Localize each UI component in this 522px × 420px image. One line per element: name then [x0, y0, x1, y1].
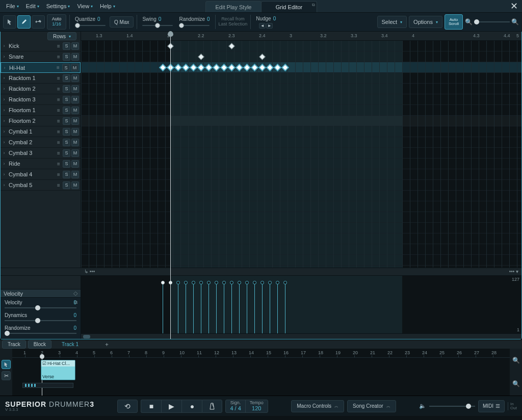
- randomize-slider[interactable]: [5, 331, 76, 336]
- solo-button[interactable]: S: [63, 160, 70, 168]
- select-menu[interactable]: Select▾: [377, 16, 407, 28]
- mute-button[interactable]: M: [71, 139, 79, 146]
- velocity-lane-header[interactable]: Velocity◇: [1, 290, 81, 298]
- stop-button[interactable]: ■: [141, 400, 161, 413]
- velocity-bar[interactable]: [178, 283, 178, 333]
- dynamics-slider[interactable]: [5, 318, 76, 323]
- velocity-lane[interactable]: 127 1: [81, 276, 521, 333]
- expand-icon[interactable]: ›: [1, 54, 8, 59]
- velocity-bar[interactable]: [254, 283, 255, 333]
- menu-settings[interactable]: Settings▾: [43, 2, 73, 11]
- track-row-ride[interactable]: ›Ride≡SM: [1, 159, 81, 169]
- velocity-bar[interactable]: [208, 283, 209, 333]
- midi-clip[interactable]: ☑Hi-Hat Cl... Verse: [41, 360, 75, 380]
- drag-icon[interactable]: ≡: [56, 54, 62, 60]
- recall-last-selection[interactable]: Recall fromLast Selection: [219, 17, 248, 27]
- drag-icon[interactable]: ≡: [56, 150, 62, 156]
- song-pointer-tool[interactable]: [2, 360, 11, 369]
- time-ruler[interactable]: 1.31.422.22.32.433.23.33.444.34.45: [81, 32, 521, 41]
- menu-file[interactable]: File▾: [3, 2, 22, 11]
- track-row-kick[interactable]: ›Kick≡SM: [1, 41, 81, 51]
- drag-icon[interactable]: ≡: [56, 75, 62, 81]
- track-row-snare[interactable]: ›Snare≡SM: [1, 51, 81, 62]
- track-row-cymbal-5[interactable]: ›Cymbal 5≡SM: [1, 180, 81, 191]
- randomize-slider[interactable]: [179, 23, 210, 28]
- song-block-tab[interactable]: Block: [28, 340, 51, 349]
- marker-strip[interactable]: [22, 383, 73, 388]
- velocity-bar[interactable]: [247, 283, 247, 333]
- solo-button[interactable]: S: [63, 85, 70, 93]
- zoom-slider[interactable]: [474, 19, 510, 24]
- drag-icon[interactable]: ≡: [56, 86, 62, 92]
- expand-icon[interactable]: ›: [1, 161, 8, 166]
- song-creator[interactable]: Song Creator︽: [347, 400, 396, 412]
- expand-icon[interactable]: ›: [1, 65, 8, 70]
- options-menu[interactable]: Options▾: [409, 16, 442, 28]
- velocity-bar[interactable]: [285, 283, 285, 333]
- solo-button[interactable]: S: [62, 64, 70, 71]
- track-row-floortom-1[interactable]: ›Floortom 1≡SM: [1, 105, 81, 116]
- mute-button[interactable]: M: [71, 149, 79, 157]
- zoom-in-icon[interactable]: 🔍: [511, 18, 519, 25]
- expand-icon[interactable]: ›: [1, 129, 8, 134]
- track-row-floortom-2[interactable]: ›Floortom 2≡SM: [1, 116, 81, 126]
- drag-icon[interactable]: ≡: [56, 140, 62, 145]
- velocity-bar[interactable]: [239, 283, 240, 333]
- velocity-bar[interactable]: [163, 283, 163, 333]
- solo-button[interactable]: S: [63, 139, 70, 146]
- solo-button[interactable]: S: [63, 107, 70, 114]
- playhead[interactable]: [170, 32, 171, 339]
- close-icon[interactable]: ✕: [509, 1, 519, 11]
- mute-button[interactable]: M: [71, 64, 79, 71]
- midi-button[interactable]: MIDI☰: [478, 400, 505, 412]
- loop-button[interactable]: ⟲: [117, 400, 138, 413]
- clip-checkbox-icon[interactable]: ☑: [42, 361, 46, 366]
- volume-slider[interactable]: [429, 404, 475, 409]
- pointer-tool[interactable]: [3, 15, 16, 29]
- solo-button[interactable]: S: [63, 128, 70, 136]
- mute-button[interactable]: M: [71, 53, 79, 61]
- snap-tool[interactable]: [32, 15, 45, 29]
- velocity-bar[interactable]: [270, 283, 270, 333]
- qmax-button[interactable]: Q Max: [110, 16, 134, 28]
- quantize-resolution[interactable]: Auto1/16: [47, 14, 66, 30]
- track-row-racktom-2[interactable]: ›Racktom 2≡SM: [1, 84, 81, 94]
- draw-tool[interactable]: [17, 15, 31, 29]
- expand-icon[interactable]: ›: [1, 75, 8, 81]
- record-button[interactable]: ●: [181, 400, 202, 413]
- drag-icon[interactable]: ≡: [56, 182, 62, 188]
- drag-icon[interactable]: ≡: [56, 43, 62, 49]
- track-row-cymbal-3[interactable]: ›Cymbal 3≡SM: [1, 148, 81, 159]
- velocity-slider[interactable]: [5, 305, 76, 310]
- song-zoom-in-icon[interactable]: 🔍: [512, 357, 520, 364]
- swing-slider[interactable]: [142, 23, 173, 28]
- popout-icon[interactable]: ⧉: [312, 3, 315, 8]
- expand-icon[interactable]: ›: [1, 150, 8, 155]
- grid-area[interactable]: 1.31.422.22.32.433.23.33.444.34.45 ↳ •••…: [81, 32, 521, 339]
- mute-button[interactable]: M: [71, 42, 79, 50]
- nudge-right[interactable]: ►: [266, 23, 273, 29]
- drag-icon[interactable]: ≡: [55, 65, 61, 70]
- quantize-slider[interactable]: [75, 23, 106, 28]
- rows-dropdown[interactable]: Rows▾: [47, 32, 76, 40]
- solo-button[interactable]: S: [63, 42, 70, 50]
- velocity-bar[interactable]: [262, 283, 263, 333]
- song-grid[interactable]: 1234567891011121314151617181920212223242…: [12, 349, 510, 396]
- add-track-icon[interactable]: ＋: [104, 340, 110, 348]
- zoom-out-icon[interactable]: 🔍: [465, 18, 473, 25]
- horizontal-scrollbar[interactable]: [81, 333, 521, 339]
- mute-button[interactable]: M: [71, 74, 79, 82]
- lane-tool-left[interactable]: ↳ •••: [84, 269, 95, 274]
- play-button[interactable]: ▶: [161, 400, 181, 413]
- expand-icon[interactable]: ›: [1, 182, 8, 188]
- macro-controls[interactable]: Macro Controls︽: [291, 400, 344, 412]
- mute-button[interactable]: M: [71, 96, 79, 103]
- drag-icon[interactable]: ≡: [56, 97, 62, 102]
- track-row-cymbal-1[interactable]: ›Cymbal 1≡SM: [1, 126, 81, 137]
- velocity-bar[interactable]: [224, 283, 224, 333]
- song-zoom-out-icon[interactable]: 🔍: [512, 380, 520, 387]
- mute-button[interactable]: M: [71, 181, 79, 189]
- expand-icon[interactable]: ›: [1, 97, 8, 102]
- song-track-tab[interactable]: Track: [2, 340, 26, 349]
- track-row-cymbal-4[interactable]: ›Cymbal 4≡SM: [1, 169, 81, 180]
